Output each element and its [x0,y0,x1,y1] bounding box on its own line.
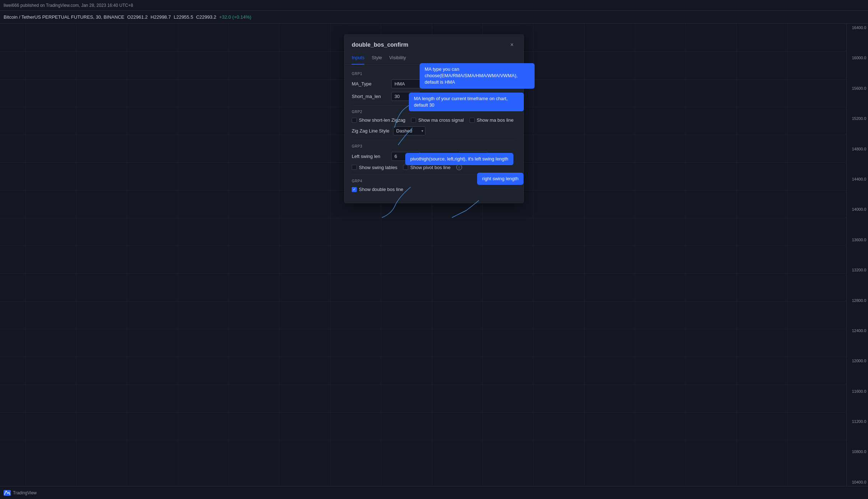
pivot-bos-info-icon[interactable]: i [456,164,462,170]
show-ma-cross-label: Show ma cross signal [418,117,463,123]
short-ma-len-label: Short_ma_len [352,94,388,99]
symbol-name: Bitcoin / TetherUS PERPETUAL FUTURES, 30… [4,14,124,20]
zig-zag-style-label: Zig Zag Line Style [352,128,389,134]
grp2-label: GRP2 [352,110,516,114]
right-swing-label: Right swing len [424,154,455,159]
price-change: +32.0 (+0.14%) [219,14,251,20]
show-pivot-bos-checkbox[interactable] [403,165,408,170]
ma-type-row: MA_Type HMA EMA RMA SMA WMA VWMA [352,79,516,88]
divider-1 [352,105,516,106]
left-swing-input[interactable] [391,152,420,161]
show-double-bos-item[interactable]: Show double bos line [352,187,403,192]
show-ma-cross-item[interactable]: Show ma cross signal [411,117,463,123]
settings-modal: double_bos_confirm × Inputs Style Visibi… [344,34,524,203]
modal-tabs: Inputs Style Visibility [345,49,523,65]
show-ma-bos-checkbox[interactable] [470,118,475,123]
short-ma-len-row: Short_ma_len i [352,92,516,101]
bottom-bar: TradingView [0,486,868,499]
tab-inputs[interactable]: Inputs [352,52,364,65]
price-close: C22993.2 [196,14,216,20]
divider-3 [352,174,516,175]
left-swing-label: Left swing len [352,154,388,159]
show-pivot-bos-label: Show pivot bos line [410,165,451,170]
price-bar: Bitcoin / TetherUS PERPETUAL FUTURES, 30… [0,11,868,24]
ma-type-label: MA_Type [352,81,388,87]
zig-zag-style-select[interactable]: Dashed Solid Dotted [393,126,425,135]
tab-visibility[interactable]: Visibility [389,52,406,65]
right-swing-info-icon[interactable]: i [491,154,497,159]
modal-header: double_bos_confirm × [345,35,523,49]
zig-zag-style-row: Zig Zag Line Style Dashed Solid Dotted [352,126,516,135]
tradingview-logo: TradingView [4,490,37,496]
price-low: L22955.5 [174,14,193,20]
divider-2 [352,140,516,140]
swing-len-row: Left swing len Right swing len i [352,152,516,161]
short-ma-len-input[interactable] [391,92,420,101]
show-ma-bos-item[interactable]: Show ma bos line [470,117,514,123]
top-bar: liwei666 published on TradingView.com, J… [0,0,868,11]
modal-body: GRP1 MA_Type HMA EMA RMA SMA WMA VWMA [345,65,523,203]
modal-title: double_bos_confirm [352,42,408,48]
grp4-label: GRP4 [352,179,516,183]
show-double-bos-label: Show double bos line [359,187,403,192]
grp3-label: GRP3 [352,144,516,148]
grp4-checkboxes: Show double bos line [352,187,516,192]
show-pivot-bos-item[interactable]: Show pivot bos line [403,165,451,170]
price-high: H22998.7 [151,14,171,20]
top-bar-text: liwei666 published on TradingView.com, J… [4,3,133,8]
grp3-checkboxes: Show swing lables Show pivot bos line i [352,164,516,170]
show-ma-cross-checkbox[interactable] [411,118,416,123]
show-swing-labels-label: Show swing lables [359,165,397,170]
tv-icon [4,490,11,496]
show-short-zigzag-checkbox[interactable] [352,118,357,123]
show-short-zigzag-item[interactable]: Show short-len Zigzag [352,117,405,123]
show-short-zigzag-label: Show short-len Zigzag [359,117,405,123]
ma-type-select-wrapper[interactable]: HMA EMA RMA SMA WMA VWMA [391,79,424,88]
close-button[interactable]: × [508,41,516,49]
ma-type-select[interactable]: HMA EMA RMA SMA WMA VWMA [391,79,424,88]
price-open: O22961.2 [127,14,148,20]
modal-overlay: double_bos_confirm × Inputs Style Visibi… [0,24,868,486]
grp2-checkboxes: Show short-len Zigzag Show ma cross sign… [352,117,516,123]
tradingview-brand: TradingView [13,490,37,495]
zig-zag-style-select-wrapper[interactable]: Dashed Solid Dotted [393,126,425,135]
show-swing-labels-item[interactable]: Show swing lables [352,165,397,170]
tab-style[interactable]: Style [371,52,382,65]
short-ma-len-info-icon[interactable]: i [424,94,429,99]
show-double-bos-checkbox[interactable] [352,187,357,192]
show-ma-bos-label: Show ma bos line [477,117,514,123]
grp1-label: GRP1 [352,72,516,76]
right-swing-input[interactable] [459,152,488,161]
show-swing-labels-checkbox[interactable] [352,165,357,170]
